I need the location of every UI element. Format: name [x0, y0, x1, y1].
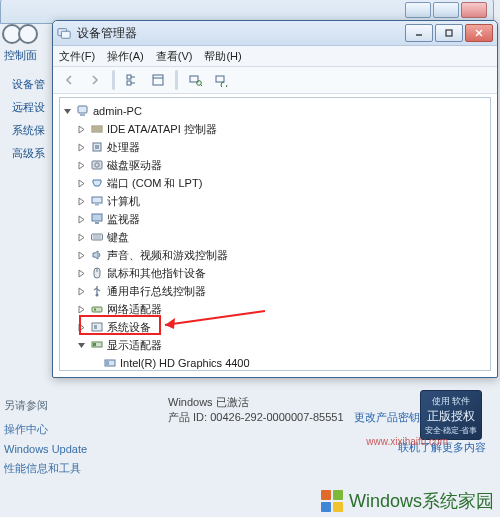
svg-rect-27	[92, 214, 102, 221]
tree-category[interactable]: 处理器	[62, 138, 488, 156]
tree-root-label: admin-PC	[93, 105, 142, 117]
svg-line-14	[201, 85, 202, 86]
sidebar-header: 控制面	[0, 48, 50, 63]
taskbar-icons	[2, 24, 38, 46]
toolbar-separator	[175, 70, 178, 90]
svg-rect-22	[95, 145, 99, 149]
control-panel-sidebar: 控制面 设备管 远程设 系统保 高级系	[0, 48, 50, 165]
close-button[interactable]	[465, 24, 493, 42]
menu-file[interactable]: 文件(F)	[59, 49, 95, 64]
menu-action[interactable]: 操作(A)	[107, 49, 144, 64]
svg-rect-25	[92, 197, 102, 203]
svg-rect-28	[95, 222, 99, 224]
menu-view[interactable]: 查看(V)	[156, 49, 193, 64]
tree-device-label: Intel(R) HD Graphics 4400	[120, 357, 250, 369]
toolbar-scan-button[interactable]	[183, 68, 207, 92]
svg-rect-17	[80, 114, 85, 116]
see-also-panel: 另请参阅 操作中心 Windows Update 性能信息和工具	[4, 398, 87, 479]
tree-category[interactable]: 网络适配器	[62, 300, 488, 318]
tree-category-label: 通用串行总线控制器	[107, 284, 206, 299]
toolbar	[53, 67, 497, 94]
toolbar-separator	[112, 70, 115, 90]
parent-minimize-button[interactable]	[405, 2, 431, 18]
link-action-center[interactable]: 操作中心	[4, 419, 87, 440]
tree-category[interactable]: 系统设备	[62, 318, 488, 336]
change-product-key-link[interactable]: 更改产品密钥	[354, 411, 420, 423]
activation-section: Windows 已激活 产品 ID: 00426-292-0000007-855…	[168, 395, 420, 425]
sidebar-item-protection[interactable]: 系统保	[0, 119, 50, 142]
device-manager-window: 设备管理器 文件(F) 操作(A) 查看(V) 帮助(H) admin-PCID…	[52, 20, 498, 378]
windows-flag-icon	[321, 490, 343, 512]
svg-rect-23	[92, 161, 102, 169]
tree-category[interactable]: 声音、视频和游戏控制器	[62, 246, 488, 264]
tree-category[interactable]: 键盘	[62, 228, 488, 246]
tree-category[interactable]: 端口 (COM 和 LPT)	[62, 174, 488, 192]
link-performance[interactable]: 性能信息和工具	[4, 458, 87, 479]
sidebar-item-device[interactable]: 设备管	[0, 73, 50, 96]
svg-rect-7	[127, 81, 131, 85]
tree-category-label: 磁盘驱动器	[107, 158, 162, 173]
tree-category[interactable]: 通用串行总线控制器	[62, 282, 488, 300]
tree-category[interactable]: 磁盘驱动器	[62, 156, 488, 174]
tree-category-label: 显示适配器	[107, 338, 162, 353]
genuine-badge[interactable]: 使用 软件 正版授权 安全·稳定·省事	[420, 390, 482, 440]
svg-rect-3	[446, 30, 452, 36]
device-manager-icon	[57, 26, 71, 40]
badge-line3: 安全·稳定·省事	[421, 425, 481, 436]
tree-category-label: IDE ATA/ATAPI 控制器	[107, 122, 217, 137]
tree-category-label: 键盘	[107, 230, 129, 245]
toolbar-back-button[interactable]	[57, 68, 81, 92]
tree-category[interactable]: 鼠标和其他指针设备	[62, 264, 488, 282]
tree-category-label: 声音、视频和游戏控制器	[107, 248, 228, 263]
badge-line1: 使用 软件	[421, 395, 481, 408]
parent-close-button[interactable]	[461, 2, 487, 18]
tree-category-label: 网络适配器	[107, 302, 162, 317]
sidebar-item-remote[interactable]: 远程设	[0, 96, 50, 119]
svg-rect-1	[61, 31, 70, 38]
tree-category-label: 处理器	[107, 140, 140, 155]
tree-category-display-adapters[interactable]: 显示适配器	[62, 336, 488, 354]
toolbar-forward-button[interactable]	[83, 68, 107, 92]
svg-rect-37	[94, 309, 96, 311]
svg-rect-41	[93, 343, 96, 346]
tree-category-label: 系统设备	[107, 320, 151, 335]
see-also-header: 另请参阅	[4, 398, 87, 413]
window-title: 设备管理器	[77, 25, 405, 42]
circle-icon	[18, 24, 38, 44]
maximize-button[interactable]	[435, 24, 463, 42]
parent-maximize-button[interactable]	[433, 2, 459, 18]
tree-category-label: 计算机	[107, 194, 140, 209]
device-tree[interactable]: admin-PCIDE ATA/ATAPI 控制器处理器磁盘驱动器端口 (COM…	[59, 97, 491, 371]
link-windows-update[interactable]: Windows Update	[4, 440, 87, 458]
tree-device[interactable]: Intel(R) HD Graphics 4400	[62, 354, 488, 371]
svg-rect-29	[92, 234, 103, 240]
tree-category-label: 鼠标和其他指针设备	[107, 266, 206, 281]
watermark-text: Windows系统家园	[349, 489, 494, 513]
watermark-url: www.xixihaifu.com	[366, 436, 448, 447]
svg-rect-26	[95, 204, 99, 206]
sidebar-item-advanced[interactable]: 高级系	[0, 142, 50, 165]
svg-rect-39	[94, 325, 97, 329]
activation-status: Windows 已激活	[168, 395, 420, 410]
toolbar-tree-button[interactable]	[120, 68, 144, 92]
menu-bar: 文件(F) 操作(A) 查看(V) 帮助(H)	[53, 46, 497, 67]
product-id-value: 00426-292-0000007-85551	[210, 411, 343, 423]
tree-category[interactable]: 监视器	[62, 210, 488, 228]
toolbar-refresh-button[interactable]	[209, 68, 233, 92]
window-titlebar[interactable]: 设备管理器	[53, 21, 497, 46]
svg-rect-36	[92, 307, 102, 312]
badge-line2: 正版授权	[421, 408, 481, 425]
tree-category-label: 监视器	[107, 212, 140, 227]
svg-rect-18	[92, 126, 102, 132]
svg-rect-6	[127, 75, 131, 79]
toolbar-properties-button[interactable]	[146, 68, 170, 92]
tree-category[interactable]: IDE ATA/ATAPI 控制器	[62, 120, 488, 138]
minimize-button[interactable]	[405, 24, 433, 42]
tree-root[interactable]: admin-PC	[62, 102, 488, 120]
tree-category[interactable]: 计算机	[62, 192, 488, 210]
menu-help[interactable]: 帮助(H)	[204, 49, 241, 64]
watermark: Windows系统家园	[321, 489, 494, 513]
svg-rect-16	[78, 106, 87, 113]
svg-rect-12	[190, 76, 198, 82]
svg-rect-15	[216, 76, 224, 82]
